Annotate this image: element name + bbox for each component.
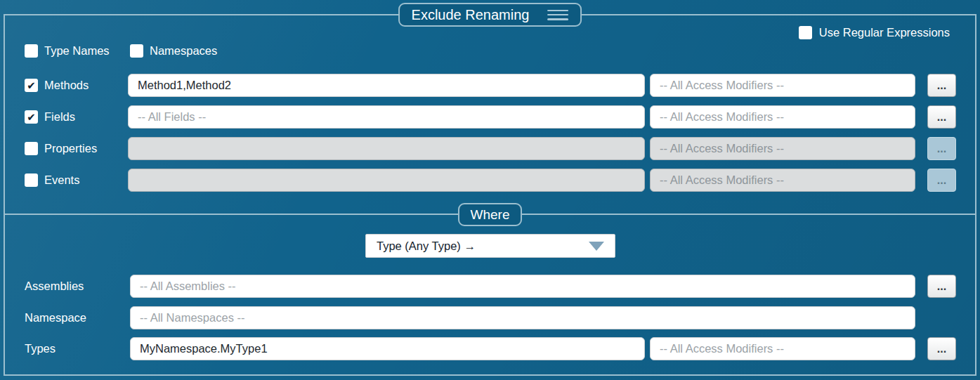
events-checkbox[interactable]	[25, 173, 38, 187]
fields-access-input[interactable]	[650, 105, 915, 129]
properties-group: Properties	[25, 142, 97, 155]
events-browse-button: ...	[927, 169, 956, 192]
namespaces-checkbox[interactable]	[130, 44, 143, 58]
menu-icon[interactable]	[547, 10, 568, 20]
properties-label: Properties	[44, 142, 97, 155]
where-header: Where	[458, 203, 523, 226]
type-names-group: Type Names	[25, 44, 110, 58]
where-title: Where	[471, 207, 510, 223]
namespace-label: Namespace	[25, 311, 86, 325]
types-browse-button[interactable]: ...	[927, 337, 956, 360]
where-type-dropdown-value: Type (Any Type) →	[377, 240, 476, 253]
type-names-label: Type Names	[44, 44, 110, 58]
exclude-renaming-header[interactable]: Exclude Renaming	[398, 3, 582, 27]
use-regex-group: Use Regular Expressions	[799, 26, 950, 39]
methods-group: Methods	[25, 79, 89, 92]
types-label: Types	[25, 342, 55, 355]
methods-input[interactable]	[128, 74, 645, 97]
type-names-checkbox[interactable]	[25, 44, 38, 58]
fields-input[interactable]	[128, 105, 645, 129]
properties-checkbox[interactable]	[25, 142, 38, 155]
properties-browse-button: ...	[927, 137, 956, 160]
assemblies-label: Assemblies	[25, 280, 84, 293]
assemblies-browse-button[interactable]: ...	[927, 275, 956, 298]
namespaces-label: Namespaces	[150, 44, 217, 58]
events-group: Events	[25, 173, 79, 187]
methods-checkbox[interactable]	[25, 79, 38, 92]
namespaces-group: Namespaces	[130, 44, 217, 58]
fields-browse-button[interactable]: ...	[927, 105, 956, 129]
events-input	[128, 169, 645, 192]
types-input[interactable]	[130, 337, 645, 360]
types-access-input[interactable]	[650, 337, 915, 360]
events-label: Events	[44, 173, 79, 187]
methods-access-input[interactable]	[650, 74, 915, 97]
namespace-input[interactable]	[130, 306, 915, 329]
fields-group: Fields	[25, 110, 75, 124]
events-access-input	[650, 169, 915, 192]
fields-checkbox[interactable]	[25, 110, 38, 124]
use-regex-label: Use Regular Expressions	[819, 26, 950, 39]
panel-title: Exclude Renaming	[412, 7, 530, 23]
fields-label: Fields	[44, 110, 75, 124]
methods-browse-button[interactable]: ...	[927, 74, 956, 97]
properties-access-input	[650, 137, 915, 160]
assemblies-input[interactable]	[130, 275, 915, 298]
use-regex-checkbox[interactable]	[799, 26, 812, 39]
properties-input	[128, 137, 645, 160]
chevron-down-icon	[589, 242, 604, 251]
methods-label: Methods	[44, 79, 89, 92]
where-type-dropdown[interactable]: Type (Any Type) →	[365, 234, 615, 258]
